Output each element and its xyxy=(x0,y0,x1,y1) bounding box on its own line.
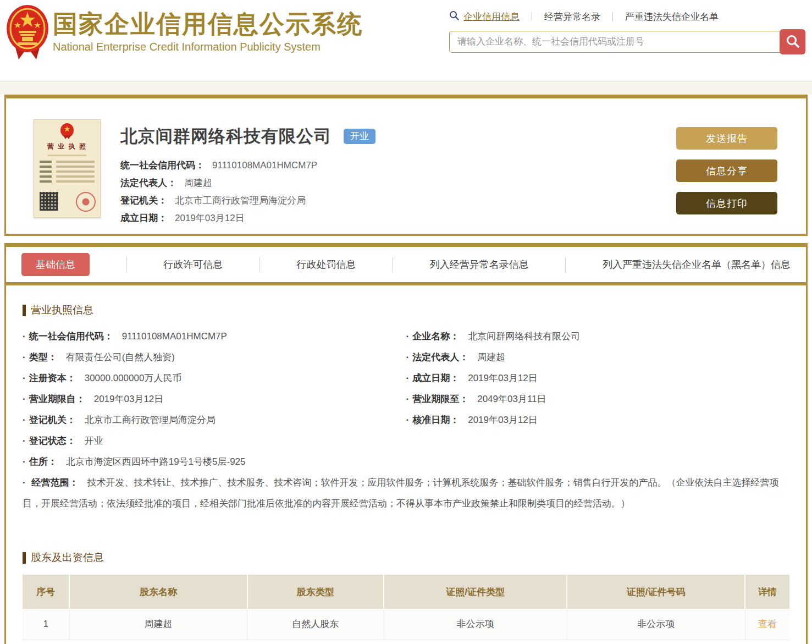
summary-legal-rep-value: 周建超 xyxy=(184,178,212,188)
field-value: 北京市工商行政管理局海淀分局 xyxy=(85,415,216,425)
field-label: 类型： xyxy=(29,352,57,362)
field-label: 成立日期： xyxy=(412,373,459,383)
status-badge: 开业 xyxy=(344,129,375,144)
field-value: 2019年03月12日 xyxy=(468,415,538,425)
license-emblem-icon xyxy=(60,123,74,140)
header-nav: 企业信用信息 经营异常名录 严重违法失信企业名单 xyxy=(449,9,807,24)
field-label: 企业名称： xyxy=(412,331,459,342)
summary-credit-code-value: 91110108MA01HMCM7P xyxy=(212,160,317,170)
summary-reg-authority: 登记机关：北京市工商行政管理局海淀分局 xyxy=(120,192,676,210)
summary-establish-date-value: 2019年03月12日 xyxy=(175,213,245,223)
shareholder-table: 序号 股东名称 股东类型 证照/证件类型 证照/证件号码 详情 1 周建超 自然… xyxy=(23,575,789,640)
col-header-cert-number: 证照/证件号码 xyxy=(567,575,745,609)
license-thumb-textline xyxy=(40,161,95,163)
field-value: 开业 xyxy=(85,436,103,446)
section-title-bar xyxy=(23,305,26,316)
search-input[interactable] xyxy=(449,31,805,53)
field-registered-capital: 注册资本：30000.000000万人民币 xyxy=(23,368,406,389)
field-credit-code: 统一社会信用代码：91110108MA01HMCM7P xyxy=(23,326,406,347)
field-label: 营业期限至： xyxy=(412,394,468,404)
col-header-shareholder-type: 股东类型 xyxy=(247,575,384,609)
cell-index: 1 xyxy=(23,609,69,640)
shareholder-section-title: 股东及出资信息 xyxy=(23,551,789,565)
cell-shareholder-type: 自然人股东 xyxy=(247,609,384,640)
field-approval-date: 核准日期：2019年03月12日 xyxy=(406,410,790,431)
field-value: 有限责任公司(自然人独资) xyxy=(66,352,175,362)
print-info-button[interactable]: 信息打印 xyxy=(676,192,777,214)
field-value: 北京间群网络科技有限公司 xyxy=(468,331,580,342)
summary-establish-date: 成立日期：2019年03月12日 xyxy=(120,210,676,227)
tab-abnormal-list[interactable]: 列入经营异常名录信息 xyxy=(430,258,529,271)
share-info-button[interactable]: 信息分享 xyxy=(676,159,777,182)
nav-link-blacklist[interactable]: 严重违法失信企业名单 xyxy=(625,10,719,23)
tab-admin-license[interactable]: 行政许可信息 xyxy=(163,258,223,271)
nav-link-abnormal-list[interactable]: 经营异常名录 xyxy=(544,10,600,23)
tab-blacklist[interactable]: 列入严重违法失信企业名单（黑名单）信息 xyxy=(603,258,791,271)
summary-reg-authority-label: 登记机关： xyxy=(120,195,167,206)
national-emblem-icon xyxy=(5,3,49,65)
summary-legal-rep: 法定代表人：周建超 xyxy=(120,174,676,192)
tab-bar: 基础信息 行政许可信息 行政处罚信息 列入经营异常名录信息 列入严重违法失信企业… xyxy=(6,247,806,285)
view-detail-link[interactable]: 查看 xyxy=(758,619,777,629)
detail-box: 基础信息 行政许可信息 行政处罚信息 列入经营异常名录信息 列入严重违法失信企业… xyxy=(4,243,808,644)
field-value: 2049年03月11日 xyxy=(477,394,546,404)
cell-shareholder-name: 周建超 xyxy=(69,609,247,640)
field-label: 登记状态： xyxy=(29,436,76,446)
summary-establish-date-label: 成立日期： xyxy=(120,213,167,223)
license-info-section-title: 营业执照信息 xyxy=(23,303,789,317)
search-icon xyxy=(449,10,459,23)
field-reg-status: 登记状态：开业 xyxy=(23,431,406,452)
col-header-cert-type: 证照/证件类型 xyxy=(384,575,567,609)
license-info-title-text: 营业执照信息 xyxy=(31,303,93,317)
field-business-scope: 经营范围：技术开发、技术转让、技术推广、技术服务、技术咨询；软件开发；应用软件服… xyxy=(23,472,789,514)
license-thumb-title: 营 业 执 照 xyxy=(34,142,100,151)
nav-link-credit-info[interactable]: 企业信用信息 xyxy=(463,10,520,23)
col-header-index: 序号 xyxy=(23,575,69,609)
field-value: 30000.000000万人民币 xyxy=(85,373,182,383)
field-value: 2019年03月12日 xyxy=(468,373,538,383)
red-seal-icon xyxy=(76,192,96,212)
field-term-from: 营业期限自：2019年03月12日 xyxy=(23,389,406,410)
field-label: 核准日期： xyxy=(412,415,459,425)
section-title-bar xyxy=(23,552,26,564)
field-value: 技术开发、技术转让、技术推广、技术服务、技术咨询；软件开发；应用软件服务；计算机… xyxy=(23,477,778,509)
field-reg-authority: 登记机关：北京市工商行政管理局海淀分局 xyxy=(23,410,406,431)
nav-separator xyxy=(532,12,532,21)
license-thumb-textline xyxy=(40,170,95,173)
field-establish-date: 成立日期：2019年03月12日 xyxy=(406,368,790,389)
summary-reg-authority-value: 北京市工商行政管理局海淀分局 xyxy=(175,195,306,206)
field-label: 注册资本： xyxy=(29,373,76,383)
tab-admin-penalty[interactable]: 行政处罚信息 xyxy=(297,258,356,271)
license-thumb-divider xyxy=(48,155,86,156)
field-value: 91110108MA01HMCM7P xyxy=(122,331,227,342)
company-name: 北京间群网络科技有限公司 xyxy=(120,125,332,148)
field-label: 住所： xyxy=(29,456,57,467)
cell-cert-type: 非公示项 xyxy=(384,609,567,640)
site-title-zh: 国家企业信用信息公示系统 xyxy=(53,10,363,38)
table-header-row: 序号 股东名称 股东类型 证照/证件类型 证照/证件号码 详情 xyxy=(23,575,789,609)
tab-separator xyxy=(393,257,393,272)
business-license-thumbnail: 营 业 执 照 xyxy=(34,119,101,218)
summary-credit-code: 统一社会信用代码：91110108MA01HMCM7P xyxy=(120,157,676,174)
col-header-shareholder-name: 股东名称 xyxy=(69,575,247,609)
field-term-to: 营业期限至：2049年03月11日 xyxy=(406,389,790,410)
summary-credit-code-label: 统一社会信用代码： xyxy=(120,160,205,170)
tab-separator xyxy=(126,257,127,272)
col-header-detail: 详情 xyxy=(745,575,789,609)
field-company-name: 企业名称：北京间群网络科技有限公司 xyxy=(406,326,790,347)
field-address: 住所：北京市海淀区西四环中路19号1号楼5层-925 xyxy=(23,452,406,472)
shareholder-title-text: 股东及出资信息 xyxy=(31,551,104,565)
tab-basic-info[interactable]: 基础信息 xyxy=(21,253,90,276)
search-button[interactable] xyxy=(780,29,805,54)
nav-separator xyxy=(612,12,613,21)
field-company-type: 类型：有限责任公司(自然人独资) xyxy=(23,347,406,368)
send-report-button[interactable]: 发送报告 xyxy=(676,127,777,150)
field-label: 经营范围： xyxy=(31,477,78,488)
tab-separator xyxy=(259,257,260,272)
field-label: 法定代表人： xyxy=(412,352,468,362)
site-title-en: National Enterprise Credit Information P… xyxy=(53,41,363,53)
field-value: 北京市海淀区西四环中路19号1号楼5层-925 xyxy=(66,456,246,467)
tab-separator xyxy=(565,257,566,272)
license-info-fields: 统一社会信用代码：91110108MA01HMCM7P 类型：有限责任公司(自然… xyxy=(23,326,789,472)
table-row: 1 周建超 自然人股东 非公示项 非公示项 查看 xyxy=(23,609,789,640)
